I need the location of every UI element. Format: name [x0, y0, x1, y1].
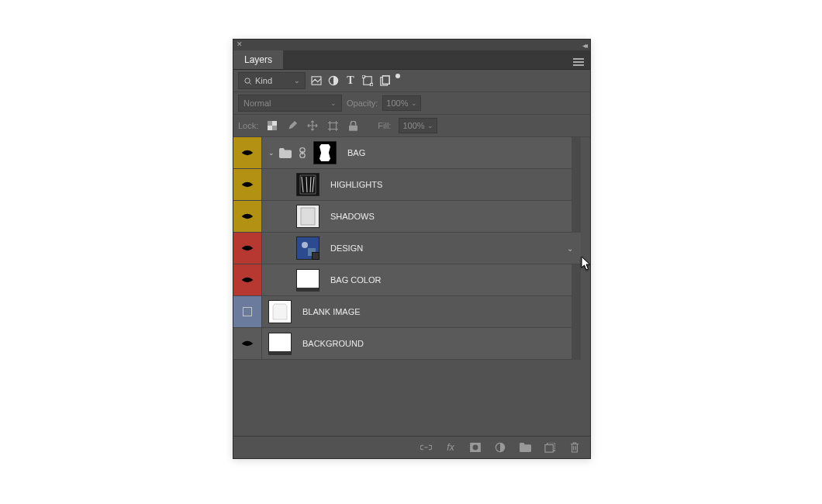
- folder-icon: [279, 147, 292, 159]
- delete-layer-icon[interactable]: [568, 441, 581, 454]
- svg-rect-14: [330, 123, 336, 129]
- filter-smart-icon[interactable]: [378, 74, 391, 87]
- layer-name[interactable]: BAG: [347, 148, 365, 157]
- layer-thumb[interactable]: [296, 205, 319, 228]
- chevron-down-icon: ⌄: [427, 122, 433, 129]
- layers-list: ⌄ BAG HIGHLIGHTS: [233, 137, 581, 360]
- svg-point-26: [302, 242, 308, 248]
- new-group-icon[interactable]: [519, 441, 531, 454]
- layer-mask-thumb[interactable]: [313, 141, 337, 164]
- svg-point-32: [473, 445, 478, 450]
- svg-point-24: [246, 247, 250, 250]
- layer-row[interactable]: BLANK IMAGE: [233, 296, 581, 328]
- svg-rect-12: [272, 121, 277, 126]
- layer-row[interactable]: HIGHLIGHTS: [233, 169, 581, 201]
- svg-rect-6: [371, 84, 374, 87]
- layers-panel: ✕ ◂◂ Layers Kind ⌄ T Normal ⌄ Opacity: 1…: [233, 39, 591, 459]
- blend-mode-dropdown[interactable]: Normal ⌄: [238, 95, 342, 112]
- filter-kind-label: Kind: [255, 76, 272, 85]
- svg-point-0: [245, 78, 250, 82]
- layer-row[interactable]: SHADOWS: [233, 201, 581, 233]
- lock-transparent-icon[interactable]: [266, 119, 278, 132]
- filter-toggle-switch[interactable]: [395, 74, 400, 78]
- visibility-toggle[interactable]: [233, 169, 262, 200]
- layer-thumb[interactable]: [296, 173, 319, 196]
- visibility-toggle[interactable]: [233, 328, 262, 359]
- svg-rect-13: [268, 126, 272, 130]
- lock-pixels-icon[interactable]: [286, 119, 299, 132]
- lock-label: Lock:: [238, 121, 258, 130]
- svg-point-30: [246, 342, 250, 346]
- layer-name[interactable]: DESIGN: [330, 243, 363, 253]
- svg-point-16: [246, 151, 250, 155]
- svg-point-20: [246, 183, 250, 187]
- visibility-toggle[interactable]: [233, 233, 262, 264]
- layer-thumb[interactable]: [268, 300, 292, 323]
- smart-object-badge-icon: [312, 252, 319, 260]
- collapse-icon[interactable]: ◂◂: [582, 41, 585, 50]
- filter-kind-dropdown[interactable]: Kind ⌄: [238, 72, 306, 89]
- chevron-down-icon: ⌄: [294, 77, 300, 85]
- panel-footer: fx: [233, 436, 590, 458]
- layer-thumb[interactable]: [296, 269, 319, 292]
- filter-type-icon[interactable]: T: [344, 74, 357, 87]
- blend-row: Normal ⌄ Opacity: 100% ⌄: [233, 92, 590, 115]
- layer-row[interactable]: BACKGROUND: [233, 328, 581, 360]
- layer-thumb[interactable]: [268, 333, 292, 355]
- filter-shape-icon[interactable]: [361, 74, 374, 87]
- fx-icon[interactable]: fx: [444, 441, 457, 454]
- layer-row[interactable]: DESIGN ⌄: [233, 233, 581, 264]
- svg-rect-11: [272, 126, 277, 130]
- svg-point-22: [246, 215, 250, 219]
- layer-row[interactable]: ⌄ BAG: [233, 137, 581, 169]
- visibility-toggle[interactable]: [233, 137, 262, 168]
- add-mask-icon[interactable]: [469, 441, 482, 454]
- hidden-indicator-icon: [243, 307, 252, 316]
- lock-row: Lock: Fill: 100% ⌄: [233, 115, 590, 137]
- svg-point-28: [246, 278, 250, 282]
- layer-name[interactable]: BLANK IMAGE: [302, 307, 361, 316]
- svg-rect-10: [268, 121, 272, 126]
- link-layers-icon[interactable]: [420, 441, 432, 454]
- layer-row[interactable]: BAG COLOR: [233, 264, 581, 296]
- svg-rect-34: [545, 444, 553, 452]
- lock-all-icon[interactable]: [347, 119, 359, 132]
- layer-name[interactable]: BACKGROUND: [302, 339, 364, 348]
- close-icon[interactable]: ✕: [237, 40, 243, 48]
- tab-layers[interactable]: Layers: [233, 50, 283, 69]
- fill-label: Fill:: [378, 121, 391, 130]
- fill-input[interactable]: 100% ⌄: [399, 118, 437, 133]
- lock-position-icon[interactable]: [306, 119, 319, 132]
- opacity-label: Opacity:: [347, 98, 378, 108]
- new-adjustment-icon[interactable]: [494, 441, 506, 454]
- filter-adjust-icon[interactable]: [327, 74, 340, 87]
- chevron-down-icon: ⌄: [330, 99, 337, 107]
- new-layer-icon[interactable]: [544, 441, 556, 454]
- layer-name[interactable]: HIGHLIGHTS: [330, 180, 382, 189]
- visibility-toggle[interactable]: [233, 264, 262, 295]
- visibility-toggle[interactable]: [233, 296, 262, 327]
- svg-rect-8: [382, 76, 389, 85]
- svg-rect-5: [362, 75, 365, 78]
- layer-name[interactable]: SHADOWS: [330, 212, 375, 221]
- visibility-toggle[interactable]: [233, 201, 262, 232]
- opacity-input[interactable]: 100% ⌄: [382, 95, 420, 111]
- chevron-down-icon[interactable]: ⌄: [567, 244, 573, 253]
- svg-rect-15: [349, 125, 357, 130]
- filter-row: Kind ⌄ T: [233, 70, 590, 92]
- panel-titlebar[interactable]: ✕ ◂◂: [233, 40, 590, 50]
- filter-pixel-icon[interactable]: [310, 74, 323, 87]
- disclosure-triangle-icon[interactable]: ⌄: [268, 149, 275, 157]
- link-icon: [296, 147, 309, 159]
- panel-tabs: Layers: [233, 50, 590, 70]
- svg-line-1: [249, 82, 250, 84]
- layer-thumb[interactable]: [296, 236, 319, 260]
- panel-menu-icon[interactable]: [573, 55, 584, 64]
- lock-artboard-icon[interactable]: [326, 119, 339, 132]
- layer-name[interactable]: BAG COLOR: [330, 275, 381, 285]
- chevron-down-icon: ⌄: [411, 99, 417, 107]
